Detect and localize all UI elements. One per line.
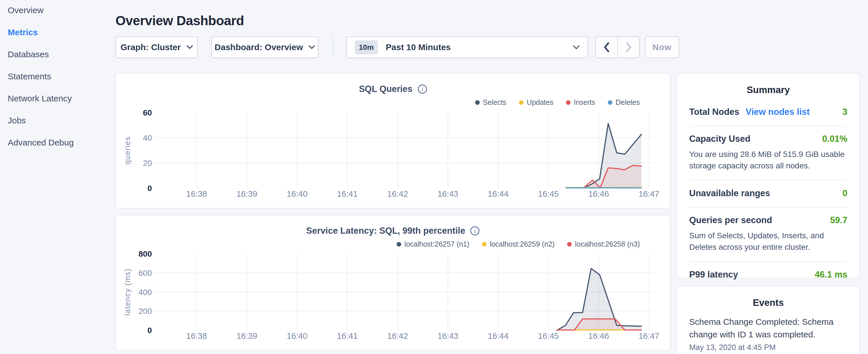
now-button[interactable]: Now: [645, 36, 679, 58]
page-title: Overview Dashboard: [116, 13, 244, 28]
graph-scope-label: Graph: Cluster: [120, 42, 181, 52]
y-axis-title: latency (ms): [123, 268, 132, 316]
chevron-down-icon: [187, 45, 193, 49]
capacity-used-value: 0.01%: [822, 134, 847, 144]
capacity-used-subtext: You are using 28.6 MiB of 515.9 GiB usab…: [689, 149, 847, 171]
time-back-button[interactable]: [596, 37, 617, 58]
x-axis-tick-label: 16:46: [588, 189, 609, 198]
p99-latency-value: 46.1 ms: [815, 269, 847, 280]
event-item[interactable]: Schema Change Completed: Schema change w…: [689, 316, 847, 352]
event-timestamp: May 13, 2020 at 4:45 PM: [689, 343, 847, 352]
service-latency-card: Service Latency: SQL, 99th percentile i …: [115, 215, 671, 351]
summary-title: Summary: [689, 85, 847, 95]
x-axis-tick-label: 16:46: [588, 331, 609, 341]
y-axis-title: queries: [123, 136, 132, 164]
x-axis-tick-label: 16:41: [337, 331, 358, 341]
capacity-used-label: Capacity Used: [689, 134, 750, 144]
chevron-down-icon: [573, 45, 580, 50]
total-nodes-value: 3: [842, 107, 847, 117]
time-range-badge: 10m: [355, 40, 378, 55]
time-range-dropdown[interactable]: 10m Past 10 Minutes: [346, 36, 588, 58]
qps-subtext: Sum of Selects, Updates, Inserts, and De…: [689, 230, 847, 253]
y-axis-tick-label: 0: [147, 326, 152, 335]
x-axis-tick-label: 16:41: [337, 189, 358, 198]
x-axis-tick-label: 16:39: [237, 331, 257, 341]
view-nodes-list-link[interactable]: View nodes list: [746, 107, 810, 117]
sidebar-item-jobs[interactable]: Jobs: [8, 116, 108, 125]
sidebar-item-network-latency[interactable]: Network Latency: [8, 94, 108, 103]
now-button-label: Now: [652, 42, 672, 52]
sidebar-item-advanced-debug[interactable]: Advanced Debug: [8, 138, 108, 147]
sql-queries-chart[interactable]: 16:3816:3916:4016:4116:4216:4316:4416:45…: [116, 74, 671, 209]
events-panel: Events Schema Change Completed: Schema c…: [677, 286, 860, 354]
y-axis-tick-label: 200: [138, 307, 152, 316]
x-axis-tick-label: 16:47: [639, 189, 659, 198]
x-axis-tick-label: 16:42: [387, 331, 408, 341]
qps-value: 59.7: [830, 215, 847, 225]
x-axis-tick-label: 16:40: [287, 331, 308, 341]
x-axis-tick-label: 16:45: [538, 189, 559, 198]
time-forward-button[interactable]: [617, 37, 639, 58]
summary-row-total-nodes: Total Nodes View nodes list 3: [689, 99, 847, 126]
summary-row-qps: Queries per second 59.7 Sum of Selects, …: [689, 207, 847, 262]
time-range-label: Past 10 Minutes: [386, 42, 565, 52]
x-axis-tick-label: 16:42: [387, 189, 408, 198]
sql-queries-card: SQL Queries i SelectsUpdatesInsertsDelet…: [115, 73, 671, 208]
dashboard-dropdown[interactable]: Dashboard: Overview: [211, 36, 318, 58]
p99-latency-label: P99 latency: [689, 269, 738, 280]
sidebar-item-metrics[interactable]: Metrics: [8, 28, 108, 37]
graph-scope-dropdown[interactable]: Graph: Cluster: [116, 36, 198, 58]
x-axis-tick-label: 16:40: [287, 189, 308, 198]
x-axis-tick-label: 16:38: [186, 331, 207, 341]
chevron-right-icon: [626, 42, 632, 53]
dashboard-label: Dashboard: Overview: [215, 42, 303, 52]
summary-row-capacity: Capacity Used 0.01% You are using 28.6 M…: [689, 126, 847, 181]
service-latency-chart[interactable]: 16:3816:3916:4016:4116:4216:4316:4416:45…: [116, 215, 671, 351]
y-axis-tick-label: 0: [147, 184, 152, 193]
y-axis-tick-label: 60: [143, 108, 152, 117]
total-nodes-label: Total Nodes: [689, 107, 739, 117]
summary-panel: Summary Total Nodes View nodes list 3 Ca…: [677, 73, 860, 279]
unavailable-ranges-value: 0: [842, 188, 847, 198]
y-axis-tick-label: 600: [138, 269, 152, 278]
x-axis-tick-label: 16:43: [438, 189, 459, 198]
sidebar-item-overview[interactable]: Overview: [8, 6, 108, 15]
x-axis-tick-label: 16:44: [488, 331, 509, 341]
event-text: Schema Change Completed: Schema change w…: [689, 316, 847, 341]
qps-label: Queries per second: [689, 215, 772, 225]
sidebar: Overview Metrics Databases Statements Ne…: [8, 0, 108, 147]
x-axis-tick-label: 16:38: [186, 189, 207, 198]
y-axis-tick-label: 20: [143, 159, 152, 167]
y-axis-tick-label: 400: [138, 288, 152, 297]
x-axis-tick-label: 16:43: [438, 331, 459, 341]
summary-row-unavailable-ranges: Unavailable ranges 0: [689, 181, 847, 207]
x-axis-tick-label: 16:47: [639, 331, 659, 341]
summary-row-p99: P99 latency 46.1 ms: [689, 262, 847, 288]
chevron-left-icon: [603, 42, 610, 53]
x-axis-tick-label: 16:45: [538, 331, 559, 341]
sidebar-item-statements[interactable]: Statements: [8, 72, 108, 81]
events-title: Events: [689, 297, 847, 308]
unavailable-ranges-label: Unavailable ranges: [689, 188, 770, 198]
time-window-nav: [595, 36, 640, 58]
chevron-down-icon: [309, 45, 315, 49]
controls-divider: [333, 36, 333, 58]
y-axis-tick-label: 40: [143, 133, 152, 142]
admin-ui-page: Overview Metrics Databases Statements Ne…: [0, 0, 868, 354]
y-axis-tick-label: 800: [138, 250, 152, 258]
x-axis-tick-label: 16:44: [488, 189, 509, 198]
sidebar-item-databases[interactable]: Databases: [8, 50, 108, 59]
x-axis-tick-label: 16:39: [237, 189, 257, 198]
